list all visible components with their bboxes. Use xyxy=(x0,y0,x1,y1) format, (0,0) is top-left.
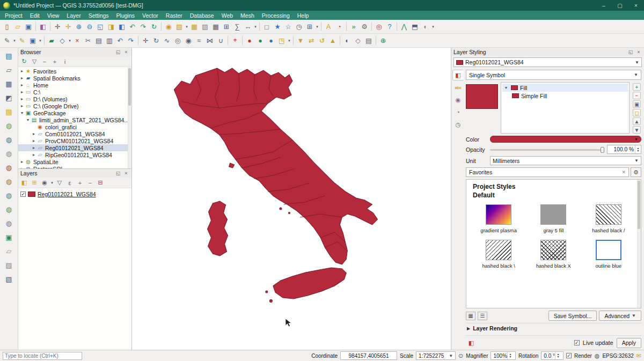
show-spatial-bookmarks-icon[interactable]: ☆ xyxy=(283,21,294,32)
browser-item-favorites[interactable]: ▸★Favorites xyxy=(18,68,131,75)
layers-float-icon[interactable]: ◱ xyxy=(115,171,121,176)
menu-settings[interactable]: Settings xyxy=(85,12,113,19)
style-filter-select[interactable]: Favorites ✕ xyxy=(466,167,629,177)
symbol-tree-simple-fill-row[interactable]: Simple Fill xyxy=(502,92,628,100)
current-edits-dropdown-icon[interactable]: ▾ xyxy=(12,39,17,43)
add-delimited-text-layer-icon[interactable]: ▤ xyxy=(4,106,14,117)
browser-item-geopackage[interactable]: ▾▣GeoPackage xyxy=(18,109,131,116)
menu-plugins[interactable]: Plugins xyxy=(113,12,138,19)
style-item-hashed-black[interactable]: hashed black / xyxy=(583,204,634,233)
layer-labeling-options-icon[interactable]: A xyxy=(323,21,334,32)
vertex-tool-dropdown-icon[interactable]: ▾ xyxy=(68,39,72,43)
advanced-button[interactable]: Advanced▼ xyxy=(599,311,641,321)
expand-arrow-icon[interactable]: ▸ xyxy=(19,69,25,73)
layers-close-icon[interactable]: × xyxy=(123,171,129,176)
expand-all-layers-icon[interactable]: + xyxy=(75,178,85,187)
move-label-icon[interactable]: ⇄ xyxy=(306,35,317,46)
add-wcs-layer-icon[interactable]: ◍ xyxy=(4,190,14,201)
browser-close-icon[interactable]: × xyxy=(123,49,129,55)
pin-labels-icon[interactable]: ▼ xyxy=(295,35,306,46)
style-item-outline-blue[interactable]: outline blue xyxy=(583,240,634,269)
coordinate-input[interactable]: 984157,4005651 xyxy=(340,351,397,360)
undo-icon[interactable]: ↶ xyxy=(115,35,126,46)
style-item-hashed-black[interactable]: hashed black \ xyxy=(473,240,524,269)
browser-scrollbar[interactable] xyxy=(128,67,131,168)
unit-select[interactable]: Millimeters ▼ xyxy=(490,156,641,165)
symbol-type-select[interactable]: Single Symbol ▼ xyxy=(466,70,641,80)
show-statistical-summary-icon[interactable]: ∑ xyxy=(232,21,243,32)
collapse-arrow-icon[interactable]: ▾ xyxy=(25,117,31,122)
expand-arrow-icon[interactable]: ▸ xyxy=(19,76,25,80)
spinner-arrows-icon[interactable]: ▴▾ xyxy=(635,145,641,153)
save-layer-edits-dropdown-icon[interactable]: ▾ xyxy=(38,39,42,43)
browser-item-spatialite[interactable]: ▸◍SpatiaLite xyxy=(18,158,131,165)
symbology-tab[interactable]: ◧ xyxy=(452,70,464,80)
live-update-checkbox[interactable]: ✓ xyxy=(574,340,580,345)
menu-view[interactable]: View xyxy=(43,12,63,19)
new-shapefile-layer-icon[interactable]: ▱ xyxy=(4,246,14,256)
remove-layer-icon[interactable]: ⊟ xyxy=(96,178,105,187)
add-mesh-layer-icon[interactable]: ◩ xyxy=(4,92,14,103)
browser-item-com01012021-wgs84[interactable]: ▸▱Com01012021_WGS84 xyxy=(18,130,131,137)
preview-mode-icon[interactable]: ◐ xyxy=(420,21,431,32)
expand-arrow-icon[interactable]: ▸ xyxy=(19,90,25,94)
map-canvas[interactable] xyxy=(132,48,451,350)
render-checkbox[interactable]: ✓ xyxy=(566,353,572,358)
add-oracle-layer-icon[interactable]: ◍ xyxy=(4,162,14,173)
menu-processing[interactable]: Processing xyxy=(258,12,294,19)
add-postgis-layer-icon[interactable]: ◍ xyxy=(4,134,14,145)
minimize-button[interactable]: – xyxy=(596,0,612,11)
layout-manager-icon[interactable]: ▤ xyxy=(363,35,374,46)
style-item-gray-5-fill[interactable]: gray 5 fill xyxy=(528,204,579,233)
new-virtual-layer-icon[interactable]: ▧ xyxy=(4,274,14,284)
styles-scrollbar-thumb[interactable] xyxy=(638,181,640,229)
styling-float-icon[interactable]: ◱ xyxy=(627,49,634,55)
browser-item-ripgeo01012021-wgs84[interactable]: ▸▱RipGeo01012021_WGS84 xyxy=(18,151,131,158)
menu-raster[interactable]: Raster xyxy=(162,12,186,19)
messages-icon[interactable]: ✉ xyxy=(636,352,641,359)
color-button[interactable]: ▼ xyxy=(490,136,641,143)
menu-layer[interactable]: Layer xyxy=(63,12,84,19)
new-spatial-bookmark-icon[interactable]: ★ xyxy=(272,21,283,32)
zoom-next-icon[interactable]: ↷ xyxy=(138,21,149,32)
add-raster-layer-icon[interactable]: ▦ xyxy=(4,78,14,89)
save-project-icon[interactable]: ▣ xyxy=(23,21,34,32)
browser-properties-icon[interactable]: i xyxy=(60,57,70,66)
layer-rendering-section[interactable]: ▶ Layer Rendering xyxy=(466,323,641,333)
clear-filter-icon[interactable]: ✕ xyxy=(621,170,626,175)
add-wfs-layer-icon[interactable]: ◍ xyxy=(4,204,14,215)
style-item-hashed-black-x[interactable]: hashed black X xyxy=(528,240,579,269)
menu-edit[interactable]: Edit xyxy=(26,12,43,19)
add-xyz-layer-icon[interactable]: ◍ xyxy=(4,218,14,229)
menu-help[interactable]: Help xyxy=(294,12,313,19)
browser-item-home[interactable]: ▸⌂Home xyxy=(18,82,131,89)
deselect-features-icon[interactable]: ▨ xyxy=(200,21,210,32)
new-map-view-icon[interactable]: ⊞ xyxy=(304,21,315,32)
move-feature-icon[interactable]: ✛ xyxy=(140,35,151,46)
expand-arrow-icon[interactable]: ▸ xyxy=(19,97,25,101)
pan-to-selection-icon[interactable]: ✛ xyxy=(63,21,74,32)
add-polygon-feature-icon[interactable]: ▰ xyxy=(46,35,57,46)
add-group-icon[interactable]: ⊞ xyxy=(30,178,39,187)
style-item-gradient-plasma[interactable]: gradient plasma xyxy=(473,204,524,233)
browser-float-icon[interactable]: ◱ xyxy=(115,49,121,55)
preview-mode-dropdown-icon[interactable]: ▾ xyxy=(431,25,435,29)
save-layer-edits-icon[interactable]: ▣ xyxy=(27,35,38,46)
redo-icon[interactable]: ↷ xyxy=(126,35,136,46)
pan-map-icon[interactable]: ✛ xyxy=(52,21,63,32)
cut-features-icon[interactable]: ✂ xyxy=(83,35,93,46)
add-mssql-layer-icon[interactable]: ◍ xyxy=(4,148,14,159)
temporal-controller-icon[interactable]: ◷ xyxy=(294,21,304,32)
plugin-manager-icon[interactable]: ⊕ xyxy=(378,35,389,46)
expand-arrow-icon[interactable]: ▸ xyxy=(19,159,25,164)
crs-icon[interactable]: ◍ xyxy=(595,352,600,359)
expand-arrow-icon[interactable]: ▸ xyxy=(31,138,36,143)
measure-icon[interactable]: ↔ xyxy=(243,21,253,32)
rotate-feature-icon[interactable]: ↻ xyxy=(151,35,162,46)
diagrams-tab[interactable]: ◔ xyxy=(452,107,464,117)
browser-filter-icon[interactable]: ▽ xyxy=(30,57,39,66)
move-symbol-layer-up-icon[interactable]: ▲ xyxy=(633,117,641,125)
annotation-options-dropdown-icon[interactable]: ▾ xyxy=(287,39,291,43)
new-temporary-scratch-layer-icon[interactable]: ▨ xyxy=(4,260,14,270)
menu-project[interactable]: Project xyxy=(1,12,26,19)
